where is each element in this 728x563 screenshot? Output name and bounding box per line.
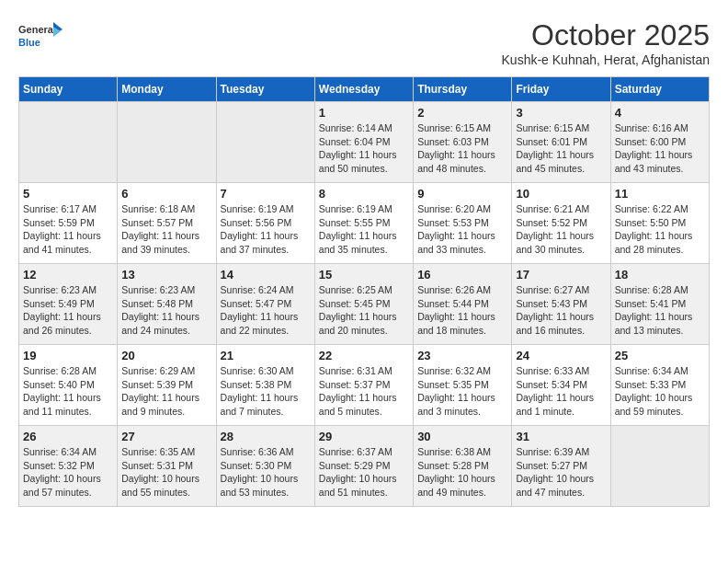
calendar-week-row: 26Sunrise: 6:34 AM Sunset: 5:32 PM Dayli… — [19, 426, 710, 507]
day-number: 24 — [516, 349, 606, 362]
day-number: 1 — [319, 106, 409, 120]
calendar-cell: 17Sunrise: 6:27 AM Sunset: 5:43 PM Dayli… — [512, 264, 610, 345]
calendar-cell: 20Sunrise: 6:29 AM Sunset: 5:39 PM Dayli… — [118, 345, 216, 426]
day-info: Sunrise: 6:15 AM Sunset: 6:01 PM Dayligh… — [516, 121, 606, 176]
day-number: 28 — [221, 430, 311, 443]
calendar-cell: 30Sunrise: 6:38 AM Sunset: 5:28 PM Dayli… — [414, 426, 512, 507]
day-info: Sunrise: 6:39 AM Sunset: 5:27 PM Dayligh… — [516, 445, 606, 500]
calendar-cell: 24Sunrise: 6:33 AM Sunset: 5:34 PM Dayli… — [512, 345, 610, 426]
calendar-week-row: 5Sunrise: 6:17 AM Sunset: 5:59 PM Daylig… — [19, 183, 710, 264]
calendar-week-row: 12Sunrise: 6:23 AM Sunset: 5:49 PM Dayli… — [19, 264, 710, 345]
day-info: Sunrise: 6:36 AM Sunset: 5:30 PM Dayligh… — [221, 445, 311, 500]
calendar-cell: 2Sunrise: 6:15 AM Sunset: 6:03 PM Daylig… — [414, 102, 512, 183]
calendar-cell: 29Sunrise: 6:37 AM Sunset: 5:29 PM Dayli… — [314, 426, 413, 507]
day-info: Sunrise: 6:14 AM Sunset: 6:04 PM Dayligh… — [319, 121, 409, 176]
logo-container: General Blue — [18, 18, 64, 55]
calendar-cell: 13Sunrise: 6:23 AM Sunset: 5:48 PM Dayli… — [118, 264, 216, 345]
day-number: 17 — [516, 268, 606, 282]
location-subtitle: Kushk-e Kuhnah, Herat, Afghanistan — [502, 52, 710, 67]
day-number: 27 — [121, 430, 211, 443]
svg-text:Blue: Blue — [18, 37, 40, 48]
day-number: 30 — [417, 430, 507, 443]
svg-text:General: General — [18, 24, 56, 35]
day-info: Sunrise: 6:26 AM Sunset: 5:44 PM Dayligh… — [417, 283, 507, 338]
day-info: Sunrise: 6:27 AM Sunset: 5:43 PM Dayligh… — [516, 283, 606, 338]
day-info: Sunrise: 6:32 AM Sunset: 5:35 PM Dayligh… — [417, 364, 507, 419]
calendar-cell: 15Sunrise: 6:25 AM Sunset: 5:45 PM Dayli… — [314, 264, 413, 345]
day-info: Sunrise: 6:28 AM Sunset: 5:41 PM Dayligh… — [615, 283, 705, 338]
day-number: 7 — [221, 187, 311, 201]
day-number: 14 — [221, 268, 311, 282]
calendar-cell: 19Sunrise: 6:28 AM Sunset: 5:40 PM Dayli… — [19, 345, 118, 426]
day-info: Sunrise: 6:22 AM Sunset: 5:50 PM Dayligh… — [615, 202, 705, 257]
weekday-header: Wednesday — [314, 77, 413, 102]
day-info: Sunrise: 6:19 AM Sunset: 5:55 PM Dayligh… — [319, 202, 409, 257]
calendar-cell: 27Sunrise: 6:35 AM Sunset: 5:31 PM Dayli… — [118, 426, 216, 507]
weekday-header: Tuesday — [216, 77, 314, 102]
logo: General Blue — [18, 18, 64, 55]
weekday-header: Friday — [512, 77, 610, 102]
calendar-cell: 7Sunrise: 6:19 AM Sunset: 5:56 PM Daylig… — [216, 183, 314, 264]
calendar-cell: 1Sunrise: 6:14 AM Sunset: 6:04 PM Daylig… — [314, 102, 413, 183]
calendar-cell: 9Sunrise: 6:20 AM Sunset: 5:53 PM Daylig… — [414, 183, 512, 264]
calendar-cell: 4Sunrise: 6:16 AM Sunset: 6:00 PM Daylig… — [610, 102, 709, 183]
calendar-cell: 26Sunrise: 6:34 AM Sunset: 5:32 PM Dayli… — [19, 426, 118, 507]
calendar-cell: 18Sunrise: 6:28 AM Sunset: 5:41 PM Dayli… — [610, 264, 709, 345]
day-info: Sunrise: 6:34 AM Sunset: 5:32 PM Dayligh… — [23, 445, 113, 500]
calendar-week-row: 1Sunrise: 6:14 AM Sunset: 6:04 PM Daylig… — [19, 102, 710, 183]
calendar-cell: 6Sunrise: 6:18 AM Sunset: 5:57 PM Daylig… — [118, 183, 216, 264]
day-number: 22 — [319, 349, 409, 362]
calendar-cell — [118, 102, 216, 183]
day-number: 12 — [23, 268, 113, 282]
calendar-cell: 21Sunrise: 6:30 AM Sunset: 5:38 PM Dayli… — [216, 345, 314, 426]
weekday-header: Saturday — [610, 77, 709, 102]
calendar-cell — [19, 102, 118, 183]
day-info: Sunrise: 6:35 AM Sunset: 5:31 PM Dayligh… — [121, 445, 211, 500]
day-number: 15 — [319, 268, 409, 282]
calendar-cell — [216, 102, 314, 183]
day-number: 23 — [417, 349, 507, 362]
calendar-cell — [610, 426, 709, 507]
day-number: 21 — [221, 349, 311, 362]
calendar-cell: 22Sunrise: 6:31 AM Sunset: 5:37 PM Dayli… — [314, 345, 413, 426]
day-info: Sunrise: 6:30 AM Sunset: 5:38 PM Dayligh… — [221, 364, 311, 419]
weekday-header: Monday — [118, 77, 216, 102]
day-info: Sunrise: 6:31 AM Sunset: 5:37 PM Dayligh… — [319, 364, 409, 419]
day-number: 16 — [417, 268, 507, 282]
page-header: General Blue October 2025 Kushk-e Kuhnah… — [18, 18, 710, 67]
day-info: Sunrise: 6:17 AM Sunset: 5:59 PM Dayligh… — [23, 202, 113, 257]
day-info: Sunrise: 6:23 AM Sunset: 5:48 PM Dayligh… — [121, 283, 211, 338]
calendar-cell: 31Sunrise: 6:39 AM Sunset: 5:27 PM Dayli… — [512, 426, 610, 507]
day-info: Sunrise: 6:37 AM Sunset: 5:29 PM Dayligh… — [319, 445, 409, 500]
day-info: Sunrise: 6:33 AM Sunset: 5:34 PM Dayligh… — [516, 364, 606, 419]
day-info: Sunrise: 6:28 AM Sunset: 5:40 PM Dayligh… — [23, 364, 113, 419]
day-number: 8 — [319, 187, 409, 201]
day-info: Sunrise: 6:24 AM Sunset: 5:47 PM Dayligh… — [221, 283, 311, 338]
day-number: 4 — [615, 106, 705, 120]
day-number: 13 — [121, 268, 211, 282]
calendar-cell: 25Sunrise: 6:34 AM Sunset: 5:33 PM Dayli… — [610, 345, 709, 426]
calendar-cell: 11Sunrise: 6:22 AM Sunset: 5:50 PM Dayli… — [610, 183, 709, 264]
day-number: 2 — [417, 106, 507, 120]
day-number: 6 — [121, 187, 211, 201]
day-number: 25 — [615, 349, 705, 362]
day-number: 20 — [121, 349, 211, 362]
day-number: 9 — [417, 187, 507, 201]
day-number: 10 — [516, 187, 606, 201]
day-info: Sunrise: 6:38 AM Sunset: 5:28 PM Dayligh… — [417, 445, 507, 500]
weekday-header: Sunday — [19, 77, 118, 102]
calendar-cell: 14Sunrise: 6:24 AM Sunset: 5:47 PM Dayli… — [216, 264, 314, 345]
calendar-cell: 12Sunrise: 6:23 AM Sunset: 5:49 PM Dayli… — [19, 264, 118, 345]
day-info: Sunrise: 6:23 AM Sunset: 5:49 PM Dayligh… — [23, 283, 113, 338]
day-info: Sunrise: 6:19 AM Sunset: 5:56 PM Dayligh… — [221, 202, 311, 257]
calendar-cell: 16Sunrise: 6:26 AM Sunset: 5:44 PM Dayli… — [414, 264, 512, 345]
calendar-table: SundayMondayTuesdayWednesdayThursdayFrid… — [18, 76, 710, 507]
day-info: Sunrise: 6:18 AM Sunset: 5:57 PM Dayligh… — [121, 202, 211, 257]
day-number: 18 — [615, 268, 705, 282]
day-info: Sunrise: 6:20 AM Sunset: 5:53 PM Dayligh… — [417, 202, 507, 257]
day-info: Sunrise: 6:25 AM Sunset: 5:45 PM Dayligh… — [319, 283, 409, 338]
day-number: 3 — [516, 106, 606, 120]
calendar-cell: 3Sunrise: 6:15 AM Sunset: 6:01 PM Daylig… — [512, 102, 610, 183]
day-info: Sunrise: 6:21 AM Sunset: 5:52 PM Dayligh… — [516, 202, 606, 257]
day-number: 5 — [23, 187, 113, 201]
